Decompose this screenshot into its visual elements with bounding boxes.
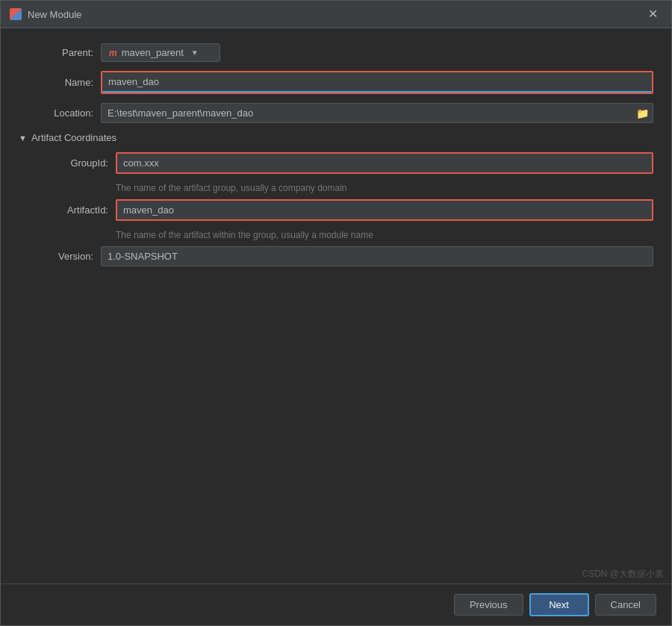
name-label: Name: xyxy=(19,77,101,88)
new-module-dialog: New Module ✕ Parent: m maven_parent ▼ Na… xyxy=(0,0,672,626)
artifact-section-title: Artifact Coordinates xyxy=(31,132,116,143)
dialog-body: Parent: m maven_parent ▼ Name: Location:… xyxy=(1,28,671,583)
section-toggle-icon[interactable]: ▼ xyxy=(19,134,27,143)
parent-row: Parent: m maven_parent ▼ xyxy=(19,43,653,62)
groupid-label: GroupId: xyxy=(34,157,116,169)
version-input[interactable] xyxy=(101,246,653,266)
name-row: Name: xyxy=(19,71,653,94)
location-label: Location: xyxy=(19,107,101,119)
artifactid-hint: The name of the artifact within the grou… xyxy=(116,230,653,240)
location-field: 📁 xyxy=(101,103,653,123)
folder-icon[interactable]: 📁 xyxy=(636,107,649,119)
watermark: CSDN @大数据小袁 xyxy=(582,568,664,580)
artifactid-input[interactable] xyxy=(117,201,652,219)
dialog-title: New Module xyxy=(28,9,81,20)
dialog-footer: Previous Next Cancel xyxy=(1,583,671,625)
artifactid-field-container xyxy=(116,199,653,221)
groupid-hint: The name of the artifact group, usually … xyxy=(116,183,653,193)
parent-dropdown[interactable]: m maven_parent ▼ xyxy=(101,43,220,62)
groupid-field-container xyxy=(116,152,653,174)
close-button[interactable]: ✕ xyxy=(644,7,662,22)
app-icon xyxy=(10,8,22,20)
parent-field: m maven_parent ▼ xyxy=(101,43,653,62)
version-row: Version: xyxy=(19,246,653,266)
version-field xyxy=(101,246,653,266)
artifact-section: GroupId: The name of the artifact group,… xyxy=(19,152,653,240)
previous-button[interactable]: Previous xyxy=(454,594,523,616)
parent-value: maven_parent xyxy=(122,47,184,58)
artifactid-label: ArtifactId: xyxy=(34,204,116,216)
groupid-input[interactable] xyxy=(117,154,652,172)
name-input-container xyxy=(101,71,653,94)
version-label: Version: xyxy=(19,251,101,262)
artifactid-row: ArtifactId: xyxy=(34,199,653,221)
chevron-down-icon: ▼ xyxy=(191,48,199,57)
name-input[interactable] xyxy=(102,72,652,93)
next-button[interactable]: Next xyxy=(529,593,589,616)
cancel-button[interactable]: Cancel xyxy=(595,594,656,616)
title-bar: New Module ✕ xyxy=(1,1,671,28)
title-bar-left: New Module xyxy=(10,8,81,20)
maven-icon: m xyxy=(109,48,117,58)
parent-label: Parent: xyxy=(19,47,101,58)
artifact-section-header: ▼ Artifact Coordinates xyxy=(19,132,653,143)
groupid-row: GroupId: xyxy=(34,152,653,174)
location-input[interactable] xyxy=(101,103,653,123)
location-row: Location: 📁 xyxy=(19,103,653,123)
